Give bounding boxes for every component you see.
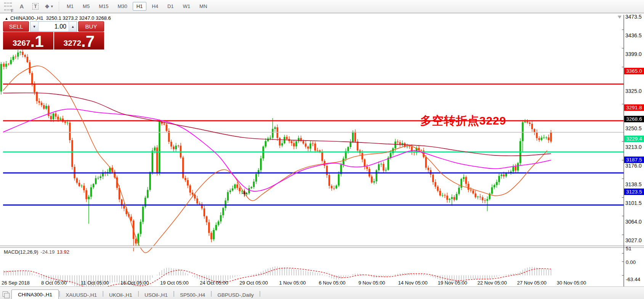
sell-button[interactable]: SELL — [3, 21, 29, 32]
candle-body — [312, 144, 314, 144]
candle-body — [43, 105, 45, 109]
timeframe-button-m15[interactable]: M15 — [95, 2, 112, 11]
price-level-badge-3268.6: 3268.6 — [624, 116, 644, 122]
candle-body — [123, 206, 125, 208]
candle-body — [425, 157, 427, 168]
timeframe-button-m30[interactable]: M30 — [114, 2, 131, 11]
candle-body — [331, 186, 332, 189]
candle-body — [361, 153, 363, 160]
candles-layer — [0, 49, 552, 251]
price-tick-label: 3473.5 — [625, 14, 644, 20]
candle-body — [444, 195, 446, 196]
tab-china300-h1[interactable]: CHINA300-,H1 — [11, 289, 59, 299]
candle-body — [531, 124, 533, 129]
candle-body — [475, 193, 477, 197]
price-tick-label: 3325.0 — [625, 88, 644, 94]
timeframe-button-h1[interactable]: H1 — [133, 2, 147, 11]
price-level-badge-3291.8: 3291.8 — [624, 104, 644, 111]
tab-ukoil-h1[interactable]: UKOil-,H1 — [104, 291, 138, 299]
candle-body — [88, 197, 90, 199]
candle-body — [515, 166, 517, 171]
candle-body — [19, 52, 21, 53]
candle-body — [83, 185, 85, 190]
bid-price-box[interactable]: 3267.1 — [3, 32, 53, 50]
candle-body — [163, 124, 165, 125]
candle-body — [347, 147, 349, 151]
horizontal-lines-layer — [3, 84, 624, 205]
candle-body — [24, 55, 26, 57]
ask-price-box[interactable]: 3272.7 — [54, 32, 104, 50]
candle-body — [227, 192, 229, 200]
fibonacci-tool-icon[interactable] — [2, 2, 14, 11]
timeframe-button-w1[interactable]: W1 — [179, 2, 194, 11]
candle-body — [170, 142, 172, 147]
candle-body — [253, 182, 255, 187]
timeframe-button-m5[interactable]: M5 — [79, 2, 93, 11]
timeframe-button-mn[interactable]: MN — [196, 2, 211, 11]
candle-body — [427, 168, 429, 170]
macd-indicator-label: MACD(12,26,9)-24.1913.92 — [4, 249, 69, 255]
chart-symbol: CHINA300-,H1 — [10, 15, 43, 21]
candle-body — [421, 150, 422, 150]
chart-tabs: CHINA300-,H1|XAUUSD-,H1|UKOil-,H1|USOil-… — [11, 289, 261, 299]
candle-body — [484, 200, 486, 201]
candle-body — [185, 178, 186, 180]
arrows-tool-icon[interactable]: ❖▼ — [43, 2, 55, 11]
candle-body — [491, 187, 493, 194]
candle-body — [545, 138, 547, 138]
candle-body — [64, 122, 66, 123]
candle-body — [93, 184, 95, 187]
candle-body — [199, 203, 201, 204]
candle-body — [326, 166, 328, 175]
symbol-marker-icon: ▲ — [5, 16, 8, 21]
timeframe-button-m1[interactable]: M1 — [63, 2, 77, 11]
candle-body — [333, 188, 335, 189]
time-tick-label: 24 Oct 05:00 — [200, 280, 228, 286]
time-tick-label: 14 Nov 05:00 — [398, 280, 427, 286]
chart-annotation-text: 多空转折点3229 — [420, 113, 506, 129]
text-label-tool-icon[interactable]: A — [16, 2, 27, 11]
candle-body — [239, 188, 241, 191]
candle-body — [487, 199, 488, 201]
candle-body — [15, 57, 17, 57]
chevron-down-icon: ▼ — [50, 5, 54, 8]
time-tick-label: 29 Oct 05:00 — [239, 280, 268, 286]
text-tool-icon[interactable]: T — [30, 2, 41, 11]
buy-button[interactable]: BUY — [78, 21, 104, 32]
window-list-icon[interactable] — [2, 290, 10, 298]
candle-body — [276, 127, 278, 138]
volume-increase-button[interactable]: ▲ — [69, 22, 77, 31]
volume-decrease-button[interactable]: ▼ — [31, 22, 39, 31]
candle-body — [538, 138, 540, 140]
candle-body — [229, 190, 231, 192]
candle-body — [31, 73, 33, 84]
tab-xauusd-h1[interactable]: XAUUSD-,H1 — [60, 291, 102, 299]
tab-sp500-h4[interactable]: SP500-,H4 — [175, 291, 210, 299]
candle-body — [236, 184, 238, 188]
panel-separator-bar[interactable] — [0, 246, 644, 248]
ask-price-main: 3272 — [63, 37, 81, 49]
candle-body — [463, 177, 465, 179]
candle-body — [10, 60, 12, 64]
candle-body — [156, 147, 158, 173]
timeframe-button-h4[interactable]: H4 — [148, 2, 162, 11]
candle-body — [458, 188, 460, 194]
candle-body — [208, 222, 210, 233]
candle-body — [45, 106, 47, 109]
candle-body — [81, 185, 83, 186]
candle-body — [225, 200, 226, 208]
macd-name: MACD(12,26,9) — [4, 249, 38, 255]
volume-input[interactable] — [39, 22, 69, 31]
candle-body — [376, 170, 377, 181]
candle-body — [394, 142, 396, 149]
candle-body — [310, 144, 312, 149]
candle-body — [50, 116, 52, 119]
timeframe-button-d1[interactable]: D1 — [164, 2, 178, 11]
price-tick-label: 3064.0 — [625, 219, 644, 225]
tab-usoil-h1[interactable]: USOil-,H1 — [139, 291, 173, 299]
scroll-marker-icon[interactable] — [618, 16, 622, 19]
chart-canvas[interactable] — [0, 13, 644, 286]
candle-body — [357, 142, 359, 150]
tab-gbpusd-daily[interactable]: GBPUSD-,Daily — [212, 291, 259, 299]
candle-body — [248, 188, 250, 193]
